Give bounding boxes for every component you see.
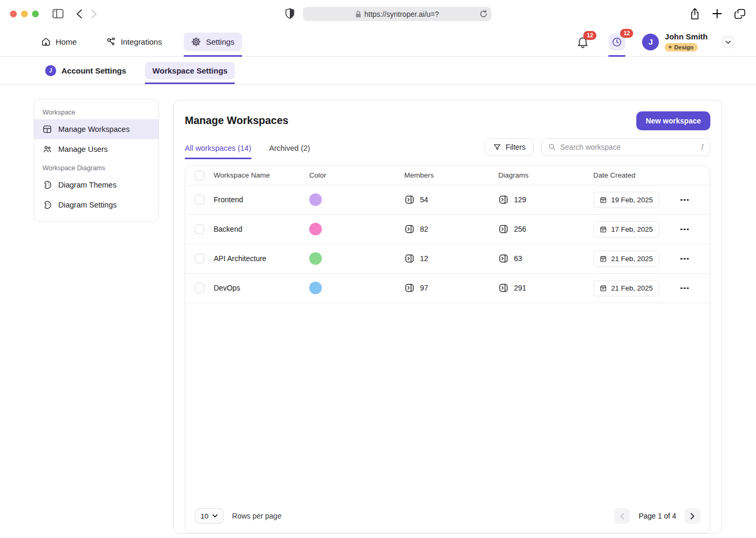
calendar-icon — [600, 284, 607, 292]
palette-icon — [43, 180, 52, 190]
workspace-name: API Architecture — [214, 254, 266, 263]
palette-icon — [43, 200, 52, 210]
members-count: 82 — [420, 225, 428, 233]
new-workspace-button[interactable]: New workspace — [636, 111, 710, 130]
diagrams-panel-icon — [498, 253, 509, 264]
workspaces-layout-icon — [43, 125, 52, 134]
minimize-window-button[interactable] — [21, 11, 28, 17]
user-menu[interactable]: J John Smith Design — [642, 32, 708, 51]
members-panel-icon — [404, 253, 415, 264]
page-indicator: Page 1 of 4 — [638, 512, 676, 520]
table-header-row: Workspace Name Color Members Diagrams Da… — [185, 166, 710, 185]
row-actions-ellipsis-icon[interactable] — [677, 225, 692, 234]
settings-subnav: J Account Settings Workspace Settings — [0, 57, 756, 85]
app-nav: Home Integrations Settings 12 12 J John … — [0, 27, 756, 57]
browser-back-icon[interactable] — [76, 9, 82, 19]
diagrams-panel-icon — [498, 224, 509, 234]
address-bar[interactable]: https://syntroper.ai/u=? — [303, 7, 491, 21]
date-created-value: 21 Feb, 2025 — [611, 255, 653, 263]
search-shortcut-hint: / — [701, 143, 704, 151]
gear-icon — [191, 37, 201, 47]
members-panel-icon — [404, 283, 415, 293]
search-workspace-input[interactable] — [560, 143, 697, 151]
date-created-value: 19 Feb, 2025 — [611, 196, 653, 204]
row-actions-ellipsis-icon[interactable] — [677, 196, 692, 204]
diagrams-panel-icon — [498, 194, 509, 205]
next-page-button[interactable] — [685, 508, 700, 524]
zoom-window-button[interactable] — [32, 11, 39, 17]
users-icon — [43, 144, 52, 154]
row-checkbox[interactable] — [195, 283, 204, 293]
sidebar-item-manage-users[interactable]: Manage Users — [34, 139, 159, 159]
date-created-chip: 21 Feb, 2025 — [593, 280, 659, 296]
tab-overview-icon[interactable] — [734, 9, 746, 19]
calendar-icon — [600, 196, 607, 204]
page-title: Manage Workspaces — [185, 115, 289, 127]
row-actions-ellipsis-icon[interactable] — [677, 284, 692, 293]
content-area: Workspace Manage Workspaces Manage Users… — [0, 85, 756, 538]
sidebar-section-workspace-diagrams: Workspace Diagrams — [34, 159, 159, 175]
date-created-value: 17 Feb, 2025 — [611, 225, 653, 233]
privacy-shield-icon[interactable] — [285, 8, 295, 19]
close-window-button[interactable] — [10, 11, 17, 17]
nav-item-home[interactable]: Home — [34, 33, 84, 51]
chevron-down-icon — [212, 514, 218, 518]
search-icon — [548, 143, 556, 151]
browser-forward-icon[interactable] — [91, 9, 97, 19]
browser-chrome: https://syntroper.ai/u=? — [0, 0, 756, 27]
history-clock-icon[interactable]: 12 — [608, 34, 625, 50]
sidebar-item-manage-workspaces[interactable]: Manage Workspaces — [34, 119, 159, 139]
user-menu-chevron-down-icon[interactable] — [721, 35, 735, 49]
workspace-color-dot — [309, 252, 322, 265]
header-color: Color — [309, 171, 404, 179]
calendar-icon — [600, 225, 607, 233]
nav-item-settings[interactable]: Settings — [184, 33, 242, 51]
search-workspace-box: / — [541, 138, 710, 156]
diagrams-count: 291 — [514, 284, 526, 292]
row-checkbox[interactable] — [195, 224, 204, 234]
row-actions-ellipsis-icon[interactable] — [677, 255, 692, 263]
header-workspace-name: Workspace Name — [214, 171, 309, 179]
browser-sidebar-toggle-icon[interactable] — [52, 9, 64, 18]
prev-page-button[interactable] — [614, 508, 630, 524]
tab-account-settings[interactable]: J Account Settings — [38, 61, 133, 80]
url-text: https://syntroper.ai/u=? — [364, 10, 439, 18]
workspaces-table: Workspace Name Color Members Diagrams Da… — [185, 165, 710, 533]
bell-badge: 12 — [583, 31, 596, 40]
share-icon[interactable] — [690, 8, 700, 20]
date-created-chip: 21 Feb, 2025 — [593, 251, 659, 267]
lock-icon — [355, 11, 361, 18]
diagrams-count: 129 — [514, 195, 526, 204]
rows-per-page-select[interactable]: 10 — [195, 508, 224, 524]
window-controls — [10, 11, 39, 17]
workspace-tabs: All workspaces (14) Archived (2) — [185, 141, 310, 159]
role-dot-icon — [669, 46, 671, 48]
new-tab-icon[interactable] — [712, 9, 722, 18]
table-row: API Architecture 12 63 21 Feb, 2025 — [185, 244, 710, 274]
sidebar-item-diagram-themes[interactable]: Diagram Themes — [34, 175, 159, 195]
user-name: John Smith — [665, 32, 708, 41]
settings-sidebar: Workspace Manage Workspaces Manage Users… — [34, 99, 159, 222]
tab-workspace-settings[interactable]: Workspace Settings — [145, 62, 235, 79]
history-badge: 12 — [620, 29, 633, 38]
row-checkbox[interactable] — [195, 195, 204, 204]
notifications-bell-icon[interactable]: 12 — [577, 36, 589, 48]
sidebar-item-diagram-settings[interactable]: Diagram Settings — [34, 195, 159, 215]
user-role-badge: Design — [665, 43, 698, 51]
row-checkbox[interactable] — [195, 254, 204, 263]
select-all-checkbox[interactable] — [195, 171, 204, 180]
header-members: Members — [404, 171, 498, 179]
table-row: Frontend 54 129 19 Feb, 2025 — [185, 185, 710, 215]
filters-button[interactable]: Filters — [485, 138, 534, 156]
manage-workspaces-panel: Manage Workspaces New workspace All work… — [173, 100, 722, 534]
tab-all-workspaces[interactable]: All workspaces (14) — [185, 141, 251, 159]
reload-icon[interactable] — [480, 10, 487, 18]
members-panel-icon — [404, 194, 415, 205]
diagrams-panel-icon — [498, 283, 509, 293]
nav-item-integrations[interactable]: Integrations — [99, 33, 169, 51]
workspace-name: Frontend — [214, 195, 243, 204]
home-icon — [41, 37, 51, 47]
tab-archived[interactable]: Archived (2) — [269, 141, 310, 159]
diagrams-count: 63 — [514, 254, 522, 263]
user-avatar: J — [642, 34, 659, 50]
